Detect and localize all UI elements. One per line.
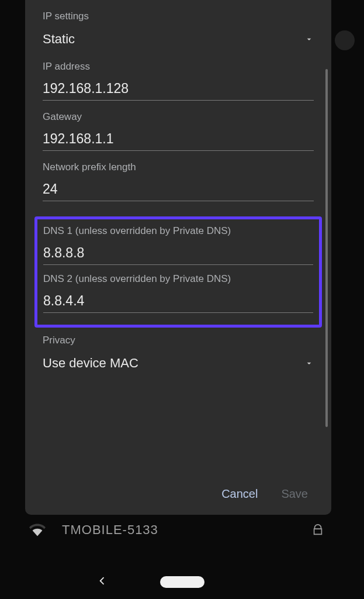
wifi-name: TMOBILE-5133 xyxy=(62,522,158,538)
gateway-input[interactable]: 192.168.1.1 xyxy=(43,131,314,151)
wifi-list-item: TMOBILE-5133 xyxy=(29,522,158,538)
dns1-label: DNS 1 (unless overridden by Private DNS) xyxy=(43,225,313,237)
fingerprint-ornament xyxy=(335,30,355,50)
prefix-field[interactable]: Network prefix length 24 xyxy=(43,161,314,201)
dialog-actions: Cancel Save xyxy=(43,487,314,503)
dropdown-arrow-icon xyxy=(304,35,314,44)
dns2-input[interactable]: 8.8.4.4 xyxy=(43,293,313,313)
privacy-value: Use device MAC xyxy=(43,356,138,371)
dns1-field[interactable]: DNS 1 (unless overridden by Private DNS)… xyxy=(43,225,313,265)
gateway-label: Gateway xyxy=(43,111,314,123)
dns2-field[interactable]: DNS 2 (unless overridden by Private DNS)… xyxy=(43,273,313,313)
privacy-field[interactable]: Privacy Use device MAC xyxy=(43,335,314,374)
dns2-label: DNS 2 (unless overridden by Private DNS) xyxy=(43,273,313,285)
save-button: Save xyxy=(281,487,308,501)
back-icon[interactable] xyxy=(96,575,108,589)
ip-settings-field[interactable]: IP settings Static xyxy=(43,11,314,50)
privacy-select[interactable]: Use device MAC xyxy=(43,354,314,374)
lock-icon xyxy=(311,524,324,536)
cancel-button[interactable]: Cancel xyxy=(221,487,258,501)
ip-settings-label: IP settings xyxy=(43,11,314,22)
prefix-label: Network prefix length xyxy=(43,161,314,173)
ip-address-field[interactable]: IP address 192.168.1.128 xyxy=(43,61,314,101)
dns1-input[interactable]: 8.8.8.8 xyxy=(43,245,313,265)
android-navbar xyxy=(0,565,364,599)
network-settings-dialog: IP settings Static IP address 192.168.1.… xyxy=(25,0,331,515)
ip-settings-value: Static xyxy=(43,32,75,47)
ip-settings-select[interactable]: Static xyxy=(43,30,314,50)
scroll-indicator[interactable] xyxy=(325,69,328,427)
privacy-label: Privacy xyxy=(43,335,314,346)
wifi-icon xyxy=(29,522,46,538)
gateway-field[interactable]: Gateway 192.168.1.1 xyxy=(43,111,314,151)
prefix-input[interactable]: 24 xyxy=(43,181,314,201)
ip-address-input[interactable]: 192.168.1.128 xyxy=(43,81,314,101)
dns-highlight-box: DNS 1 (unless overridden by Private DNS)… xyxy=(34,216,322,328)
home-pill[interactable] xyxy=(160,576,204,588)
dropdown-arrow-icon xyxy=(304,359,314,368)
ip-address-label: IP address xyxy=(43,61,314,73)
